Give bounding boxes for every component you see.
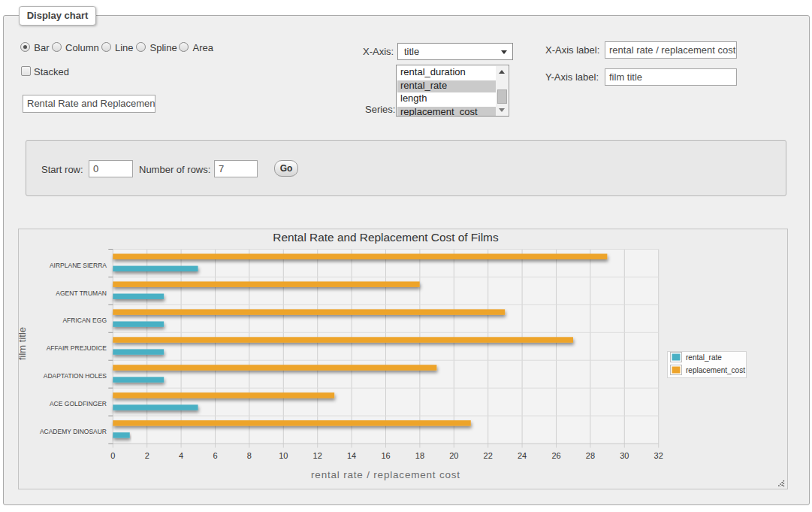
svg-text:AIRPLANE SIERRA: AIRPLANE SIERRA bbox=[50, 262, 107, 269]
svg-text:22: 22 bbox=[484, 451, 493, 460]
svg-text:replacement_cost: replacement_cost bbox=[686, 366, 745, 374]
svg-text:4: 4 bbox=[179, 451, 183, 460]
svg-text:32: 32 bbox=[654, 451, 663, 460]
svg-text:film title: film title bbox=[19, 327, 28, 360]
svg-text:0: 0 bbox=[110, 451, 115, 460]
svg-text:6: 6 bbox=[213, 451, 217, 460]
svg-text:ACE GOLDFINGER: ACE GOLDFINGER bbox=[50, 400, 107, 407]
svg-text:2: 2 bbox=[145, 451, 149, 460]
svg-text:Rental Rate and Replacement Co: Rental Rate and Replacement Cost of Film… bbox=[273, 231, 499, 244]
svg-text:30: 30 bbox=[620, 451, 629, 460]
svg-text:rental rate / replacement cost: rental rate / replacement cost bbox=[311, 469, 460, 480]
svg-text:12: 12 bbox=[313, 451, 322, 460]
svg-text:AGENT TRUMAN: AGENT TRUMAN bbox=[56, 289, 107, 297]
svg-text:AFFAIR PREJUDICE: AFFAIR PREJUDICE bbox=[47, 344, 107, 352]
svg-text:ADAPTATION HOLES: ADAPTATION HOLES bbox=[44, 372, 107, 380]
svg-text:8: 8 bbox=[247, 451, 252, 460]
svg-text:rental_rate: rental_rate bbox=[686, 353, 722, 362]
svg-text:AFRICAN EGG: AFRICAN EGG bbox=[62, 317, 107, 324]
svg-text:14: 14 bbox=[347, 451, 356, 460]
svg-text:18: 18 bbox=[415, 451, 424, 460]
svg-text:20: 20 bbox=[449, 451, 458, 460]
svg-text:26: 26 bbox=[551, 451, 560, 460]
svg-text:ACADEMY DINOSAUR: ACADEMY DINOSAUR bbox=[40, 428, 107, 435]
svg-text:24: 24 bbox=[518, 451, 527, 460]
svg-text:10: 10 bbox=[279, 451, 288, 460]
svg-text:16: 16 bbox=[381, 451, 390, 460]
svg-text:28: 28 bbox=[586, 451, 595, 460]
